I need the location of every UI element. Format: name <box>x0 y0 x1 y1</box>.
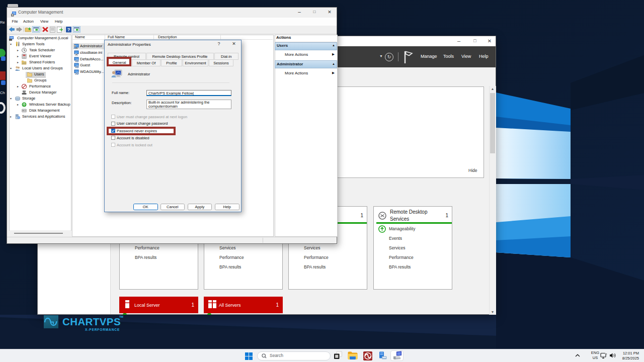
svg-text:?: ? <box>67 27 70 32</box>
